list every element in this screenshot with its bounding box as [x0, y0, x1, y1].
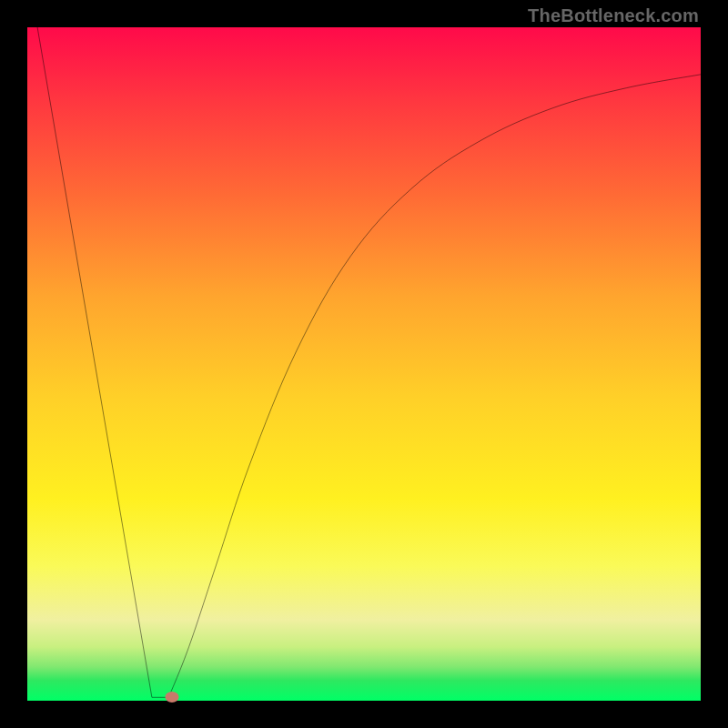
watermark-text: TheBottleneck.com — [528, 5, 699, 26]
plot-area — [27, 27, 701, 701]
bottleneck-marker — [166, 692, 179, 703]
bottleneck-curve — [27, 27, 701, 701]
chart-container: TheBottleneck.com — [0, 0, 728, 728]
